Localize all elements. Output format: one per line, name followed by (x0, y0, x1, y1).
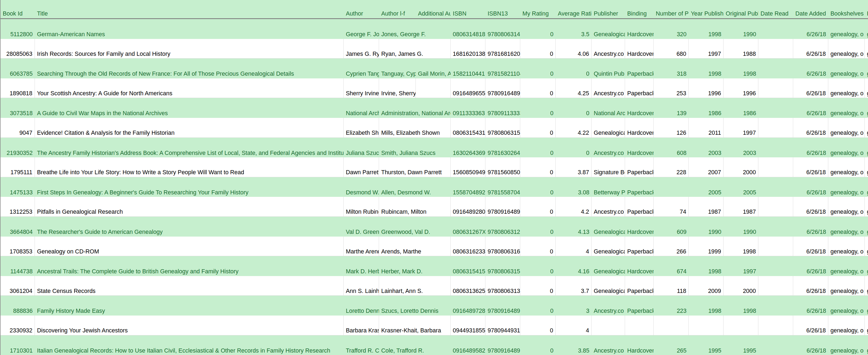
cell-isbn13[interactable]: 97815587048 (486, 177, 520, 197)
cell-my-rating[interactable]: 0 (520, 276, 556, 296)
cell-author[interactable]: Milton Rubincam (344, 197, 379, 216)
cell-publisher[interactable]: Genealogica (592, 118, 625, 138)
cell-author[interactable]: Desmond W. Allen (344, 177, 379, 197)
cell-author[interactable]: Trafford R. Cole (344, 335, 379, 355)
cell-bookshelves-with-positions[interactable]: g (865, 237, 868, 256)
cell-isbn[interactable]: 1582110441 (451, 59, 486, 79)
cell-book-id[interactable]: 6063785 (1, 59, 35, 79)
header-date-added[interactable]: Date Added (793, 0, 828, 18)
cell-book-id[interactable]: 1890818 (1, 79, 35, 98)
cell-bookshelves-with-positions[interactable]: g (865, 276, 868, 296)
cell-date-added[interactable]: 6/26/18 (793, 157, 828, 177)
cell-bookshelves-with-positions[interactable]: g (865, 217, 868, 237)
cell-num-pages[interactable]: 266 (654, 237, 689, 256)
cell-date-read[interactable] (758, 296, 793, 316)
cell-book-id[interactable]: 3073518 (1, 98, 35, 118)
cell-date-added[interactable]: 6/26/18 (793, 217, 828, 237)
cell-year-published[interactable]: 1996 (689, 79, 723, 98)
cell-num-pages[interactable]: 139 (654, 98, 689, 118)
cell-isbn13[interactable]: 97808063154 (486, 256, 520, 276)
cell-bookshelves-with-positions[interactable]: g (865, 59, 868, 79)
header-bookshelves-with-positions[interactable]: Bookshelves with positions (865, 0, 868, 18)
cell-bookshelves-with-positions[interactable]: g (865, 138, 868, 158)
cell-num-pages[interactable]: 126 (654, 118, 689, 138)
cell-average-rating[interactable]: 4.2 (556, 197, 592, 216)
cell-book-id[interactable]: 5112800 (1, 19, 35, 39)
cell-isbn13[interactable]: 97809449318 (486, 316, 520, 335)
cell-binding[interactable]: Paperback (625, 157, 654, 177)
cell-isbn13[interactable]: 97809164895 (486, 335, 520, 355)
cell-book-id[interactable]: 1795111 (1, 157, 35, 177)
header-isbn13[interactable]: ISBN13 (486, 0, 520, 18)
cell-title[interactable]: First Steps In Genealogy: A Beginner's G… (35, 177, 344, 197)
cell-my-rating[interactable]: 0 (520, 256, 556, 276)
cell-title[interactable]: Searching Through the Old Records of New… (35, 59, 344, 79)
cell-additional-authors[interactable] (416, 79, 451, 98)
cell-book-id[interactable]: 1312253 (1, 197, 35, 216)
cell-bookshelves-with-positions[interactable]: g (865, 19, 868, 39)
cell-bookshelves[interactable]: genealogy, o (828, 335, 865, 355)
cell-date-added[interactable]: 6/26/18 (793, 335, 828, 355)
cell-num-pages[interactable] (654, 316, 689, 335)
cell-bookshelves[interactable]: genealogy, o (828, 39, 865, 59)
cell-isbn13[interactable]: 97808063162 (486, 237, 520, 256)
cell-title[interactable]: Genealogy on CD-ROM (35, 237, 344, 256)
cell-year-published[interactable]: 1998 (689, 296, 723, 316)
cell-num-pages[interactable]: 253 (654, 79, 689, 98)
cell-bookshelves[interactable]: genealogy, o (828, 316, 865, 335)
cell-year-published[interactable]: 2009 (689, 276, 723, 296)
header-bookshelves[interactable]: Bookshelves (828, 0, 865, 18)
cell-author[interactable]: Cyprien Tanguay (344, 59, 379, 79)
cell-author[interactable]: Sherry Irvine (344, 79, 379, 98)
cell-original-publication-year[interactable]: 1997 (723, 118, 758, 138)
cell-original-publication-year[interactable]: 1990 (723, 19, 758, 39)
cell-book-id[interactable]: 3664804 (1, 217, 35, 237)
cell-book-id[interactable]: 1708353 (1, 237, 35, 256)
cell-author[interactable]: James G. Ryan (344, 39, 379, 59)
cell-author[interactable]: Val D. Greenwood (344, 217, 379, 237)
cell-publisher[interactable]: Genealogica (592, 276, 625, 296)
cell-bookshelves-with-positions[interactable]: g (865, 256, 868, 276)
cell-author-lf[interactable]: Herber, Mark D. (379, 256, 451, 276)
cell-title[interactable]: Discovering Your Jewish Ancestors (35, 316, 344, 335)
cell-title[interactable]: A Guide to Civil War Maps in the Nationa… (35, 98, 344, 118)
header-year-published[interactable]: Year Published (689, 0, 723, 18)
cell-average-rating[interactable]: 0 (556, 138, 592, 158)
cell-author-lf[interactable]: Ryan, James G. (379, 39, 451, 59)
cell-title[interactable]: Italian Genealogical Records: How to Use… (35, 335, 344, 355)
cell-date-read[interactable] (758, 157, 793, 177)
cell-original-publication-year[interactable]: 1996 (723, 79, 758, 98)
cell-bookshelves[interactable]: genealogy, o (828, 296, 865, 316)
cell-date-read[interactable] (758, 177, 793, 197)
cell-bookshelves-with-positions[interactable]: g (865, 197, 868, 216)
cell-publisher[interactable]: Ancestry.co (592, 197, 625, 216)
cell-publisher[interactable]: Ancestry.co (592, 335, 625, 355)
cell-my-rating[interactable]: 0 (520, 59, 556, 79)
cell-date-added[interactable]: 6/26/18 (793, 98, 828, 118)
cell-title[interactable]: Your Scottish Ancestry: A Guide for Nort… (35, 79, 344, 98)
cell-date-added[interactable]: 6/26/18 (793, 39, 828, 59)
cell-date-read[interactable] (758, 39, 793, 59)
cell-bookshelves[interactable]: genealogy, o (828, 157, 865, 177)
cell-bookshelves[interactable]: genealogy, o (828, 59, 865, 79)
header-isbn[interactable]: ISBN (451, 0, 486, 18)
cell-isbn[interactable]: 0916489728 (451, 296, 486, 316)
cell-my-rating[interactable]: 0 (520, 19, 556, 39)
cell-year-published[interactable] (689, 316, 723, 335)
cell-book-id[interactable]: 3061204 (1, 276, 35, 296)
cell-publisher[interactable]: National Arc (592, 98, 625, 118)
cell-average-rating[interactable]: 4 (556, 316, 592, 335)
cell-binding[interactable]: Hardcover (625, 217, 654, 237)
header-book-id[interactable]: Book Id (1, 0, 35, 18)
cell-num-pages[interactable]: 320 (654, 19, 689, 39)
cell-isbn[interactable]: 1558704892 (451, 177, 486, 197)
cell-average-rating[interactable]: 3.87 (556, 157, 592, 177)
cell-year-published[interactable]: 2011 (689, 118, 723, 138)
cell-num-pages[interactable]: 318 (654, 59, 689, 79)
cell-isbn13[interactable]: 97816302643 (486, 138, 520, 158)
cell-original-publication-year[interactable]: 1998 (723, 296, 758, 316)
cell-date-added[interactable]: 6/26/18 (793, 59, 828, 79)
cell-binding[interactable]: Paperback (625, 177, 654, 197)
cell-book-id[interactable]: 1144738 (1, 256, 35, 276)
cell-average-rating[interactable]: 0 (556, 59, 592, 79)
